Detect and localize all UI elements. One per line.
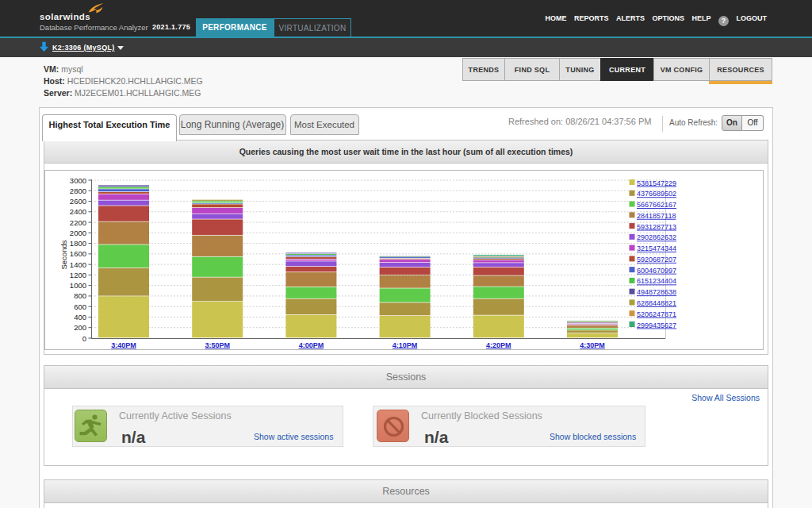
svg-text:800: 800	[74, 291, 86, 300]
svg-text:2600: 2600	[70, 197, 86, 206]
svg-text:1400: 1400	[70, 260, 86, 269]
svg-text:2841857118: 2841857118	[637, 212, 676, 220]
svg-text:3:50PM: 3:50PM	[205, 341, 230, 349]
svg-text:5381547229: 5381547229	[637, 179, 676, 187]
svg-text:5931287713: 5931287713	[637, 223, 676, 231]
svg-text:0: 0	[82, 334, 86, 343]
svg-text:2200: 2200	[70, 218, 86, 227]
svg-text:1800: 1800	[70, 239, 86, 248]
svg-text:5920687207: 5920687207	[637, 256, 676, 264]
svg-text:5667662167: 5667662167	[637, 201, 676, 209]
svg-text:1600: 1600	[70, 249, 86, 258]
svg-text:3000: 3000	[70, 176, 86, 185]
svg-text:2000: 2000	[70, 229, 86, 237]
svg-text:4:20PM: 4:20PM	[486, 341, 511, 349]
svg-text:6288448821: 6288448821	[637, 299, 676, 307]
svg-text:3:40PM: 3:40PM	[111, 341, 136, 349]
svg-text:6151234404: 6151234404	[637, 277, 676, 285]
svg-text:200: 200	[74, 323, 86, 332]
svg-text:4376689502: 4376689502	[637, 190, 676, 198]
svg-text:2400: 2400	[70, 207, 86, 216]
svg-text:4:00PM: 4:00PM	[299, 341, 324, 349]
svg-text:400: 400	[74, 313, 86, 321]
svg-text:2902862632: 2902862632	[637, 233, 676, 241]
svg-text:4:30PM: 4:30PM	[580, 341, 605, 349]
svg-text:4:10PM: 4:10PM	[393, 341, 418, 349]
svg-text:600: 600	[74, 302, 86, 311]
svg-text:2999435627: 2999435627	[637, 321, 676, 329]
svg-text:1000: 1000	[70, 281, 86, 290]
svg-text:6004670997: 6004670997	[637, 267, 676, 275]
svg-text:Seconds: Seconds	[59, 240, 68, 269]
svg-text:5206247871: 5206247871	[637, 310, 676, 318]
svg-text:1200: 1200	[70, 271, 86, 279]
svg-text:3215474344: 3215474344	[637, 244, 676, 252]
svg-text:2800: 2800	[70, 187, 86, 195]
svg-text:4948728638: 4948728638	[637, 288, 676, 296]
